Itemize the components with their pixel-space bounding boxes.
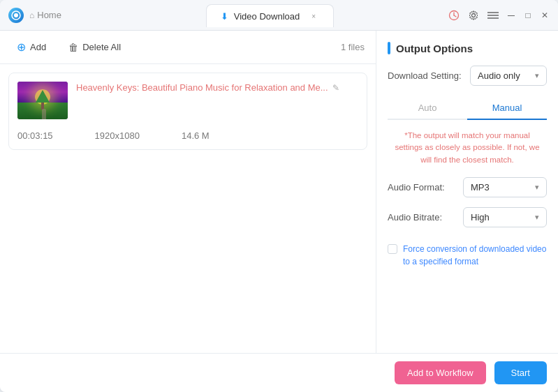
right-panel: Output Options Download Setting: Audio o… xyxy=(376,31,558,353)
tab-manual-label: Manual xyxy=(492,103,522,113)
audio-format-dropdown[interactable]: MP3 ▾ xyxy=(463,177,547,197)
download-setting-arrow: ▾ xyxy=(535,71,539,80)
edit-icon[interactable]: ✎ xyxy=(332,82,339,94)
audio-format-arrow: ▾ xyxy=(535,183,539,192)
file-size: 14.6 M xyxy=(182,130,210,141)
panel-title: Output Options xyxy=(388,42,547,54)
force-conversion-label: Force conversion of downloaded video to … xyxy=(403,243,547,268)
tab-download-icon: ⬇ xyxy=(221,11,228,22)
minimize-icon: ─ xyxy=(508,10,515,20)
file-count: 1 files xyxy=(341,42,365,52)
add-to-workflow-button[interactable]: Add to Workflow xyxy=(395,361,485,384)
force-conversion-row: Force conversion of downloaded video to … xyxy=(388,243,547,268)
left-panel: ⊕ Add 🗑 Delete All 1 files xyxy=(0,31,376,353)
toolbar: ⊕ Add 🗑 Delete All 1 files xyxy=(0,31,376,64)
titlebar: ⌂ Home ⬇ Video Download × xyxy=(0,0,558,31)
tab-label: Video Download xyxy=(234,11,300,22)
maximize-button[interactable]: □ xyxy=(523,10,533,20)
app-icon xyxy=(8,8,24,23)
title-accent xyxy=(388,42,390,54)
bottom-bar: Add to Workflow Start xyxy=(0,353,558,392)
file-title-text: Heavenly Keys: Beautiful Piano Music for… xyxy=(76,82,328,94)
force-conversion-checkbox[interactable] xyxy=(388,244,397,254)
delete-icon: 🗑 xyxy=(68,42,78,53)
clock-button[interactable] xyxy=(448,9,460,22)
start-button[interactable]: Start xyxy=(494,361,547,384)
add-button[interactable]: ⊕ Add xyxy=(11,38,52,56)
close-button[interactable]: ✕ xyxy=(540,10,550,20)
svg-point-1 xyxy=(14,13,18,17)
tab-manual[interactable]: Manual xyxy=(467,97,547,119)
download-setting-value: Audio only xyxy=(478,70,520,81)
tab-auto[interactable]: Auto xyxy=(388,97,467,119)
minimize-button[interactable]: ─ xyxy=(506,10,516,20)
titlebar-left: ⌂ Home xyxy=(8,8,92,23)
download-setting-label: Download Setting: xyxy=(388,70,464,81)
tab-auto-label: Auto xyxy=(418,103,437,113)
audio-format-row: Audio Format: MP3 ▾ xyxy=(388,177,547,197)
file-list: Heavenly Keys: Beautiful Piano Music for… xyxy=(0,64,376,353)
home-label[interactable]: Home xyxy=(37,10,61,20)
tab-close-button[interactable]: × xyxy=(308,10,319,22)
output-tabs: Auto Manual xyxy=(388,97,547,120)
file-title: Heavenly Keys: Beautiful Piano Music for… xyxy=(76,82,358,94)
home-icon: ⌂ xyxy=(29,10,34,20)
file-resolution: 1920x1080 xyxy=(95,130,140,141)
file-thumbnail xyxy=(17,82,68,119)
maximize-icon: □ xyxy=(525,10,530,20)
audio-bitrate-dropdown[interactable]: High ▾ xyxy=(463,207,547,227)
svg-line-4 xyxy=(454,15,456,17)
add-icon: ⊕ xyxy=(17,40,26,54)
home-nav[interactable]: ⌂ Home xyxy=(29,10,61,20)
menu-button[interactable] xyxy=(487,9,499,22)
audio-bitrate-label: Audio Bitrate: xyxy=(388,212,457,223)
file-item[interactable]: Heavenly Keys: Beautiful Piano Music for… xyxy=(8,73,367,150)
file-duration: 00:03:15 xyxy=(17,130,53,141)
audio-format-label: Audio Format: xyxy=(388,182,457,193)
file-info: Heavenly Keys: Beautiful Piano Music for… xyxy=(76,82,358,97)
titlebar-right: ─ □ ✕ xyxy=(448,9,550,22)
close-icon: ✕ xyxy=(541,10,548,20)
svg-point-5 xyxy=(472,13,476,17)
active-tab[interactable]: ⬇ Video Download × xyxy=(206,4,334,27)
delete-label: Delete All xyxy=(82,42,121,52)
audio-format-value: MP3 xyxy=(471,182,490,193)
audio-bitrate-value: High xyxy=(471,212,490,223)
manual-note: *The output will match your manual setti… xyxy=(388,130,547,166)
main-content: ⊕ Add 🗑 Delete All 1 files xyxy=(0,31,558,353)
audio-bitrate-row: Audio Bitrate: High ▾ xyxy=(388,207,547,227)
add-label: Add xyxy=(30,42,46,52)
panel-title-text: Output Options xyxy=(396,43,473,54)
tab-area: ⬇ Video Download × xyxy=(92,3,448,27)
audio-bitrate-arrow: ▾ xyxy=(535,213,539,222)
delete-all-button[interactable]: 🗑 Delete All xyxy=(63,39,126,56)
file-item-top: Heavenly Keys: Beautiful Piano Music for… xyxy=(17,82,358,119)
settings-button[interactable] xyxy=(467,9,480,22)
main-window: ⌂ Home ⬇ Video Download × xyxy=(0,0,558,392)
file-meta: 00:03:15 1920x1080 14.6 M xyxy=(17,126,358,141)
download-setting-dropdown[interactable]: Audio only ▾ xyxy=(470,66,547,86)
download-setting-row: Download Setting: Audio only ▾ xyxy=(388,66,547,86)
tab-close-icon: × xyxy=(311,13,316,20)
